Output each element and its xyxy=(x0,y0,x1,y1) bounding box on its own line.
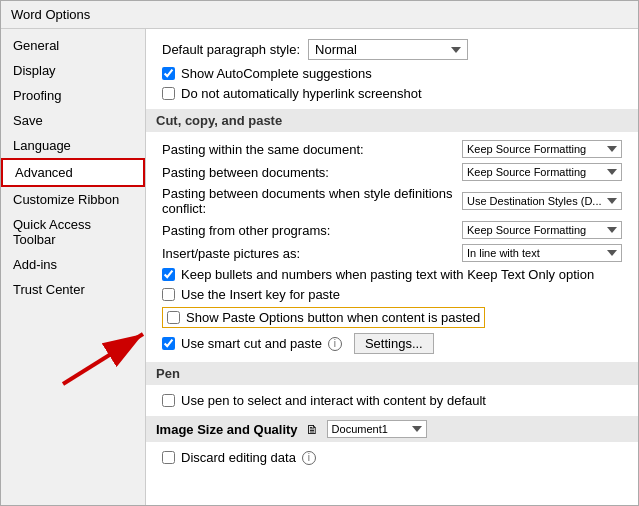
main-panel: Default paragraph style: Normal Show Aut… xyxy=(146,29,638,505)
image-size-section-label: Image Size and Quality xyxy=(156,422,298,437)
keep-bullets-checkbox[interactable] xyxy=(162,268,175,281)
sidebar-item-proofing[interactable]: Proofing xyxy=(1,83,145,108)
sidebar: General Display Proofing Save Language A… xyxy=(1,29,146,505)
do-not-hyperlink-row: Do not automatically hyperlink screensho… xyxy=(162,86,622,101)
pasting-within-label: Pasting within the same document: xyxy=(162,142,462,157)
sidebar-item-add-ins[interactable]: Add-ins xyxy=(1,252,145,277)
pasting-conflict-row: Pasting between documents when style def… xyxy=(162,186,622,216)
sidebar-item-customize-ribbon[interactable]: Customize Ribbon xyxy=(1,187,145,212)
default-para-label: Default paragraph style: xyxy=(162,42,300,57)
pasting-conflict-dropdown[interactable]: Use Destination Styles (D... xyxy=(462,192,622,210)
use-pen-checkbox[interactable] xyxy=(162,394,175,407)
use-smart-cut-info-icon[interactable]: i xyxy=(328,337,342,351)
titlebar: Word Options xyxy=(1,1,638,29)
sidebar-item-language[interactable]: Language xyxy=(1,133,145,158)
sidebar-item-quick-access-toolbar[interactable]: Quick Access Toolbar xyxy=(1,212,145,252)
default-para-dropdown[interactable]: Normal xyxy=(308,39,468,60)
use-insert-key-row: Use the Insert key for paste xyxy=(162,287,622,302)
use-smart-cut-checkbox[interactable] xyxy=(162,337,175,350)
sidebar-item-general[interactable]: General xyxy=(1,33,145,58)
do-not-hyperlink-label: Do not automatically hyperlink screensho… xyxy=(181,86,422,101)
pasting-other-dropdown[interactable]: Keep Source Formatting xyxy=(462,221,622,239)
discard-editing-row: Discard editing data i xyxy=(162,450,622,465)
pasting-between-dropdown[interactable]: Keep Source Formatting xyxy=(462,163,622,181)
pasting-within-row: Pasting within the same document: Keep S… xyxy=(162,140,622,158)
image-size-document-dropdown[interactable]: Document1 xyxy=(327,420,427,438)
sidebar-item-save[interactable]: Save xyxy=(1,108,145,133)
use-smart-cut-label: Use smart cut and paste xyxy=(181,336,322,351)
keep-bullets-row: Keep bullets and numbers when pasting te… xyxy=(162,267,622,282)
use-insert-key-label: Use the Insert key for paste xyxy=(181,287,340,302)
show-autocomplete-row: Show AutoComplete suggestions xyxy=(162,66,622,81)
settings-button[interactable]: Settings... xyxy=(354,333,434,354)
show-paste-options-label: Show Paste Options button when content i… xyxy=(186,310,480,325)
pasting-between-row: Pasting between documents: Keep Source F… xyxy=(162,163,622,181)
insert-paste-dropdown[interactable]: In line with text xyxy=(462,244,622,262)
sidebar-item-display[interactable]: Display xyxy=(1,58,145,83)
default-para-row: Default paragraph style: Normal xyxy=(162,39,622,60)
insert-paste-row: Insert/paste pictures as: In line with t… xyxy=(162,244,622,262)
pasting-between-label: Pasting between documents: xyxy=(162,165,462,180)
show-paste-options-row: Show Paste Options button when content i… xyxy=(162,307,485,328)
pasting-other-label: Pasting from other programs: xyxy=(162,223,462,238)
use-pen-label: Use pen to select and interact with cont… xyxy=(181,393,486,408)
insert-paste-label: Insert/paste pictures as: xyxy=(162,246,462,261)
pen-section: Pen xyxy=(146,362,638,385)
cut-copy-paste-section: Cut, copy, and paste xyxy=(146,109,638,132)
show-paste-options-checkbox[interactable] xyxy=(167,311,180,324)
keep-bullets-label: Keep bullets and numbers when pasting te… xyxy=(181,267,594,282)
discard-editing-info-icon[interactable]: i xyxy=(302,451,316,465)
discard-editing-checkbox[interactable] xyxy=(162,451,175,464)
pasting-conflict-label: Pasting between documents when style def… xyxy=(162,186,462,216)
discard-editing-label: Discard editing data xyxy=(181,450,296,465)
pasting-other-row: Pasting from other programs: Keep Source… xyxy=(162,221,622,239)
sidebar-item-advanced[interactable]: Advanced xyxy=(1,158,145,187)
do-not-hyperlink-checkbox[interactable] xyxy=(162,87,175,100)
sidebar-item-trust-center[interactable]: Trust Center xyxy=(1,277,145,302)
use-pen-row: Use pen to select and interact with cont… xyxy=(162,393,622,408)
use-insert-key-checkbox[interactable] xyxy=(162,288,175,301)
word-options-window: Word Options General Display Proofing Sa… xyxy=(0,0,639,506)
window-title: Word Options xyxy=(11,7,90,22)
document-icon: 🗎 xyxy=(306,422,319,437)
show-autocomplete-checkbox[interactable] xyxy=(162,67,175,80)
pasting-within-dropdown[interactable]: Keep Source Formatting xyxy=(462,140,622,158)
show-autocomplete-label: Show AutoComplete suggestions xyxy=(181,66,372,81)
use-smart-cut-row: Use smart cut and paste i Settings... xyxy=(162,333,622,354)
